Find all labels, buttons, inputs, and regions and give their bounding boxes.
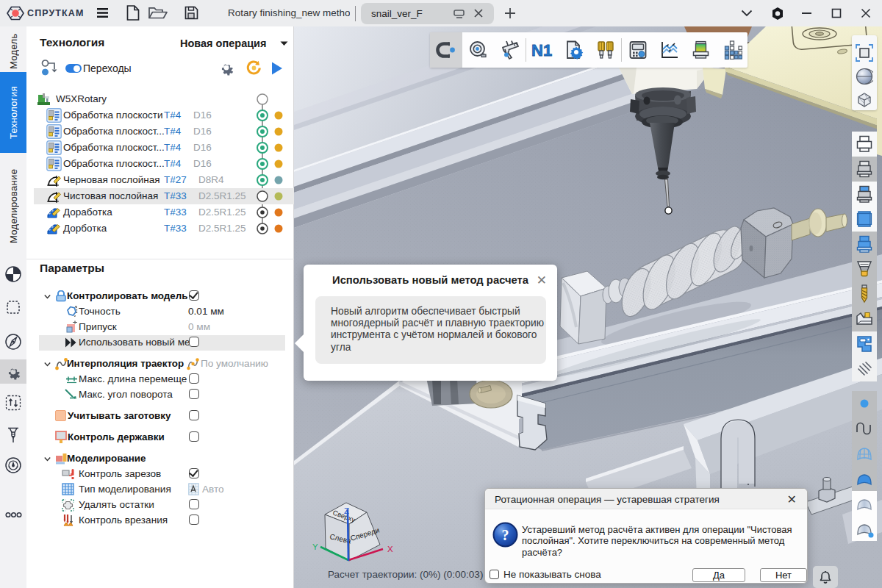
svg-text:Z: Z [344,506,349,515]
svg-text:X: X [387,545,393,553]
svg-text:Y: Y [312,542,318,551]
svg-text:?: ? [502,527,509,543]
svg-text:N1: N1 [531,41,552,59]
